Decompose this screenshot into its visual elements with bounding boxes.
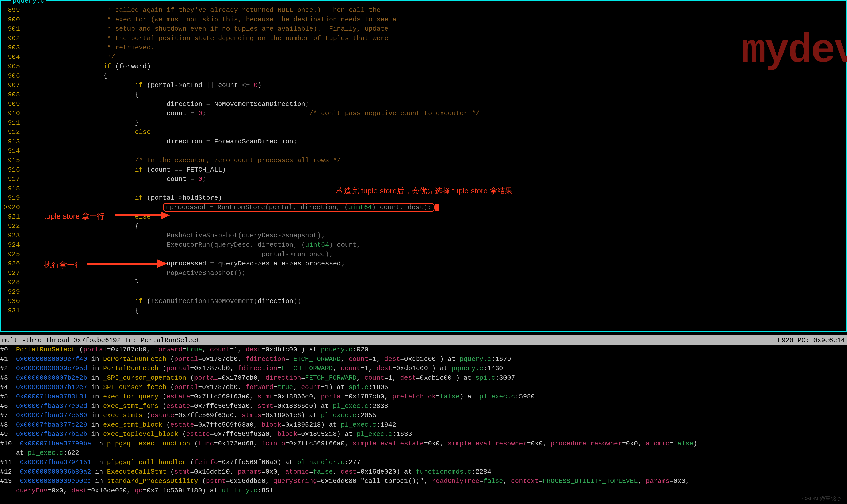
backtrace-frame: #3 0x00000000007b2e2b in _SPI_cursor_ope… (0, 373, 847, 383)
annotation-tuplestore: tuple store 拿一行 (44, 211, 105, 221)
backtrace-frame: #6 0x00007fbaa377e02d in exec_stmt_fors … (0, 401, 847, 411)
backtrace-frame: #4 0x00000000007b12e7 in SPI_cursor_fetc… (0, 383, 847, 392)
backtrace-frame: #11 0x00007fbaa3794151 in plpgsql_call_h… (0, 458, 847, 467)
code-line: 912 else (1, 128, 846, 137)
backtrace-frame: #1 0x00000000009e7f40 in DoPortalRunFetc… (0, 355, 847, 364)
code-line: 907 if (portal->atEnd || count <= 0) (1, 81, 846, 90)
csdn-watermark: CSDN @高铭杰 (802, 495, 842, 503)
code-line: 910 count = 0; /* don't pass negative co… (1, 109, 846, 118)
code-line: 900 * executor (we must not skip this, b… (1, 15, 846, 24)
code-line: 928 } (1, 278, 846, 287)
code-line: 902 * the portal position state dependin… (1, 34, 846, 43)
backtrace-frame: #5 0x00007fbaa3783f31 in exec_for_query … (0, 392, 847, 401)
code-line: 901 * setup and shutdown even if no tupl… (1, 24, 846, 34)
backtrace-frame: #7 0x00007fbaa377c560 in exec_stmts (est… (0, 411, 847, 420)
code-line: 909 direction = NoMovementScanDirection; (1, 100, 846, 109)
backtrace-frame: #8 0x00007fbaa377c229 in exec_stmt_block… (0, 420, 847, 430)
code-line: 917 count = 0; (1, 175, 846, 184)
backtrace-frame-cont: queryEnv=0x0, dest=0x16de020, qc=0x7ffc5… (0, 486, 847, 496)
backtrace-frame: #9 0x00007fbaa377ba2b in exec_toplevel_b… (0, 430, 847, 439)
backtrace-frame: #12 0x00000000006b80a2 in ExecuteCallStm… (0, 467, 847, 476)
code-line: 914 (1, 146, 846, 156)
code-line: 923 PushActiveSnapshot(queryDesc->snapsh… (1, 231, 846, 240)
code-line: 924 ExecutorRun(queryDesc, direction, (u… (1, 240, 846, 250)
annotation-toprow: 构造完 tuple store后，会优先选择 tuple store 拿结果 (336, 186, 513, 196)
backtrace-frame: #10 0x00007fbaa37799be in plpgsql_exec_f… (0, 439, 847, 448)
code-line: 915 /* In the executor, zero count proce… (1, 156, 846, 165)
backtrace-frame: #13 0x00000000009e902c in standard_Proce… (0, 476, 847, 486)
annotation-exec: 执行拿一行 (44, 260, 82, 270)
arrow-icon (115, 209, 171, 222)
filename-label: pquery.c (11, 0, 46, 4)
code-line: 930 if (!ScanDirectionIsNoMovement(direc… (1, 297, 846, 306)
code-line: 916 if (count == FETCH_ALL) (1, 165, 846, 175)
backtrace-pane[interactable]: #0 PortalRunSelect (portal=0x1787cb0, fo… (0, 345, 847, 504)
code-line: 904 */ (1, 53, 846, 62)
code-line: 931 { (1, 306, 846, 316)
code-line: 929 (1, 287, 846, 297)
status-left: multi-thre Thread 0x7fbabc6192 In: Porta… (2, 337, 200, 344)
backtrace-frame-cont: at pl_exec.c:622 (0, 448, 847, 458)
status-right: L920 PC: 0x9e6e14 (778, 337, 845, 344)
code-line: 913 direction = ForwardScanDirection; (1, 137, 846, 146)
arrow-icon (87, 255, 169, 273)
code-line: 899 * called again if they've already re… (1, 5, 846, 15)
code-line: 906 { (1, 71, 846, 81)
code-line: 905 if (forward) (1, 62, 846, 71)
backtrace-frame: #2 0x00000000009e795d in PortalRunFetch … (0, 364, 847, 373)
svg-marker-3 (157, 259, 167, 268)
status-bar: multi-thre Thread 0x7fbabc6192 In: Porta… (0, 336, 847, 345)
code-line: 903 * retrieved. (1, 43, 846, 53)
code-line: 922 { (1, 221, 846, 231)
source-code-pane: pquery.c 899 * called again if they've a… (0, 0, 847, 332)
code-line: 911 } (1, 118, 846, 128)
backtrace-frame: #0 PortalRunSelect (portal=0x1787cb0, fo… (0, 345, 847, 355)
code-line: 908 { (1, 90, 846, 100)
svg-marker-1 (161, 212, 170, 219)
